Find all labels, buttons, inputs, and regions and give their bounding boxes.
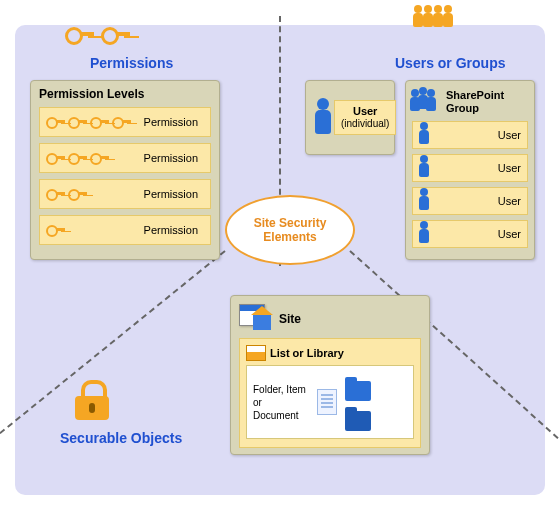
list-or-library-box: List or Library Folder, Item or Document (239, 338, 421, 448)
sharepoint-group-panel: SharePoint Group User User User User (405, 80, 535, 260)
folder-item-box: Folder, Item or Document (246, 365, 414, 439)
person-icon (417, 221, 431, 247)
users-groups-title: Users or Groups (395, 55, 505, 71)
group-user-row: User (412, 154, 528, 182)
people-group-icon (415, 5, 455, 31)
permission-levels-title: Permission Levels (39, 87, 211, 101)
site-panel: Site List or Library Folder, Item or Doc… (230, 295, 430, 455)
group-user-row: User (412, 220, 528, 248)
group-user-row: User (412, 121, 528, 149)
sharepoint-group-title: SharePoint Group (446, 89, 528, 115)
key-icon (46, 188, 88, 200)
folder-icon (345, 381, 371, 401)
permission-row: Permission (39, 107, 211, 137)
folder-icon (345, 411, 371, 431)
user-textbox: User (individual) (334, 100, 396, 135)
permission-label: Permission (144, 188, 204, 200)
person-icon (417, 155, 431, 181)
list-icon (246, 345, 266, 361)
user-title: User (341, 105, 389, 118)
permission-levels-panel: Permission Levels Permission Permission … (30, 80, 220, 260)
user-subtitle: (individual) (341, 118, 389, 129)
user-panel: User (individual) (305, 80, 395, 155)
permissions-title: Permissions (90, 55, 173, 71)
permission-row: Permission (39, 215, 211, 245)
key-icon (46, 224, 66, 236)
key-icon (46, 116, 132, 128)
center-label: Site Security Elements (227, 216, 353, 245)
group-user-row: User (412, 187, 528, 215)
permission-label: Permission (144, 116, 204, 128)
site-label: Site (279, 304, 301, 326)
permission-row: Permission (39, 179, 211, 209)
people-group-icon (412, 87, 446, 117)
list-label: List or Library (270, 347, 344, 359)
site-icon (239, 304, 273, 334)
user-label: User (498, 162, 521, 174)
securable-objects-title: Securable Objects (60, 430, 182, 446)
folder-label: Folder, Item or Document (253, 383, 309, 422)
keys-icon (65, 25, 131, 43)
user-label: User (498, 195, 521, 207)
center-oval: Site Security Elements (225, 195, 355, 265)
lock-icon (75, 380, 109, 420)
permission-row: Permission (39, 143, 211, 173)
person-icon (417, 122, 431, 148)
user-label: User (498, 129, 521, 141)
permission-label: Permission (144, 224, 204, 236)
permission-label: Permission (144, 152, 204, 164)
key-icon (46, 152, 110, 164)
person-icon (312, 98, 334, 138)
document-icon (317, 389, 337, 415)
user-label: User (498, 228, 521, 240)
person-icon (417, 188, 431, 214)
